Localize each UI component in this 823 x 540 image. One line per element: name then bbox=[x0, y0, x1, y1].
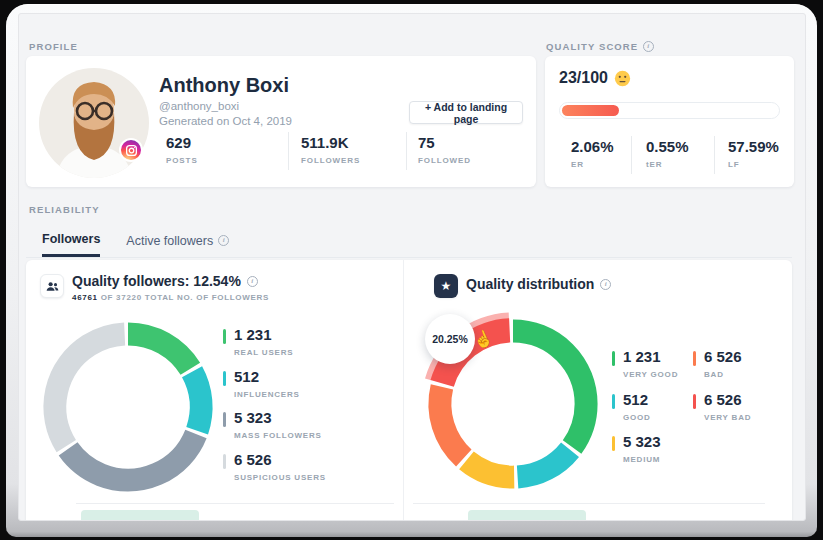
legend-swatch bbox=[612, 394, 615, 409]
followers-panel: Quality followers: 12.54% 46761 OF 37220… bbox=[26, 260, 792, 521]
reliability-section-label: RELIABILITY bbox=[29, 204, 100, 215]
profile-section-label: PROFILE bbox=[29, 41, 78, 52]
divider bbox=[76, 503, 394, 504]
info-icon[interactable] bbox=[643, 41, 654, 52]
divider bbox=[714, 136, 715, 174]
ter-stat: 0.55% tER bbox=[646, 138, 689, 169]
quality-followers-subtitle: 46761 OF 37220 TOTAL NO. OF FOLLOWERS bbox=[72, 293, 269, 302]
info-icon[interactable] bbox=[218, 235, 229, 246]
quality-distribution-title: Quality distribution bbox=[466, 276, 611, 292]
legend-swatch bbox=[223, 371, 226, 386]
legend-swatch bbox=[612, 436, 615, 451]
legend-item: 1 231 REAL USERS bbox=[223, 327, 293, 357]
quality-score-value: 23/100 bbox=[559, 69, 631, 87]
followers-stat: 511.9K FOLLOWERS bbox=[301, 134, 360, 165]
legend-swatch bbox=[693, 394, 696, 409]
legend-item: 6 526 SUSPICIOUS USERS bbox=[223, 452, 326, 482]
legend-swatch bbox=[693, 351, 696, 366]
app-screen: PROFILE bbox=[18, 13, 806, 521]
legend-item: 512 INFLUENCERS bbox=[223, 369, 300, 399]
posts-stat: 629 POSTS bbox=[166, 134, 198, 165]
legend-swatch bbox=[223, 412, 226, 427]
tab-active-followers[interactable]: Active followers bbox=[126, 224, 229, 257]
reliability-tabbar: Followers Active followers bbox=[26, 224, 792, 258]
legend-item: 1 231 VERY GOOD bbox=[612, 349, 678, 379]
chart-tooltip: 20.25% bbox=[425, 314, 475, 364]
add-to-landing-page-button[interactable]: + Add to landing page bbox=[409, 101, 523, 124]
legend-item: 6 526 BAD bbox=[693, 349, 742, 379]
profile-handle[interactable]: @anthony_boxi bbox=[159, 100, 239, 112]
info-icon[interactable] bbox=[600, 279, 611, 290]
quality-score-progress-bar bbox=[559, 102, 780, 119]
info-icon[interactable] bbox=[247, 276, 258, 287]
legend-item: 6 526 VERY BAD bbox=[693, 392, 751, 422]
lf-stat: 57.59% LF bbox=[728, 138, 779, 169]
quality-followers-donut-chart[interactable] bbox=[43, 322, 213, 492]
quality-score-section-label: QUALITY SCORE bbox=[546, 41, 654, 52]
quality-score-progress-fill bbox=[562, 105, 619, 116]
instagram-icon bbox=[119, 138, 143, 162]
legend-item: 5 323 MASS FOLLOWERS bbox=[223, 410, 322, 440]
legend-item: 5 323 MEDIUM bbox=[612, 434, 661, 464]
divider bbox=[406, 132, 407, 170]
star-badge-icon: ★ bbox=[434, 274, 458, 298]
tab-followers[interactable]: Followers bbox=[42, 224, 100, 257]
legend-swatch bbox=[612, 351, 615, 366]
quality-followers-title: Quality followers: 12.54% bbox=[72, 273, 258, 289]
divider bbox=[288, 132, 289, 170]
people-icon bbox=[40, 274, 64, 298]
cut-off-button[interactable] bbox=[468, 510, 586, 521]
tablet-frame: PROFILE bbox=[6, 4, 817, 537]
legend-swatch bbox=[223, 329, 226, 344]
report-generated-date: Generated on Oct 4, 2019 bbox=[159, 115, 292, 127]
er-stat: 2.06% ER bbox=[571, 138, 614, 169]
neutral-face-emoji-icon bbox=[614, 70, 631, 87]
cut-off-button[interactable] bbox=[81, 510, 199, 521]
divider bbox=[631, 136, 632, 174]
quality-score-card: 23/100 2.06% ER 0.55% tER bbox=[545, 56, 794, 187]
panel-divider bbox=[403, 260, 404, 521]
profile-card: Anthony Boxi @anthony_boxi Generated on … bbox=[26, 56, 536, 187]
legend-item: 512 GOOD bbox=[612, 392, 651, 422]
followed-stat: 75 FOLLOWED bbox=[418, 134, 471, 165]
divider bbox=[413, 503, 765, 504]
profile-name: Anthony Boxi bbox=[159, 74, 289, 97]
legend-swatch bbox=[223, 454, 226, 469]
